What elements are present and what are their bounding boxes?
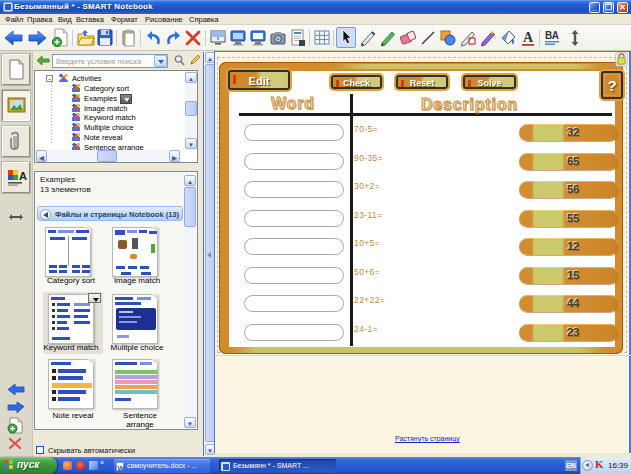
svg-text:ВА: ВА bbox=[545, 30, 559, 41]
svg-text:A: A bbox=[19, 170, 27, 182]
svg-text:A: A bbox=[523, 30, 534, 45]
